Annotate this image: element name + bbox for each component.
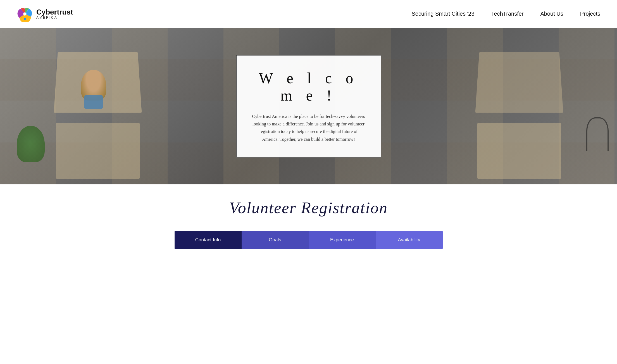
registration-tabs: Contact Info Goals Experience Availabili… [175,231,443,249]
hero-section: W e l c o m e ! Cybertrust America is th… [0,28,617,184]
main-nav: Securing Smart Cities '23 TechTransfer A… [411,11,600,17]
logo[interactable]: Cybertrust AMERICA [17,6,73,22]
logo-brand-name: Cybertrust [36,8,73,16]
tab-contact-info[interactable]: Contact Info [175,231,242,249]
site-header: Cybertrust AMERICA Securing Smart Cities… [0,0,617,28]
nav-projects[interactable]: Projects [580,11,600,17]
hero-plant [17,126,45,162]
welcome-box: W e l c o m e ! Cybertrust America is th… [236,55,381,158]
hero-bike [586,117,609,151]
svg-point-0 [23,12,27,16]
welcome-title: W e l c o m e ! [252,70,365,104]
tab-experience[interactable]: Experience [309,231,376,249]
nav-securing-smart-cities[interactable]: Securing Smart Cities '23 [411,11,474,17]
hero-desk-topright [475,52,563,113]
logo-text: Cybertrust AMERICA [36,8,73,20]
hero-desk-bottomleft [56,123,140,179]
nav-about-us[interactable]: About Us [540,11,563,17]
welcome-body: Cybertrust America is the place to be fo… [252,113,365,143]
tab-availability[interactable]: Availability [376,231,443,249]
svg-point-2 [21,16,23,18]
svg-point-1 [24,18,26,20]
hero-desk-bottomright [477,123,561,179]
nav-tech-transfer[interactable]: TechTransfer [491,11,524,17]
volunteer-section: Volunteer Registration Contact Info Goal… [0,184,617,249]
tab-goals[interactable]: Goals [242,231,309,249]
hero-person [81,70,106,101]
logo-subtitle: AMERICA [36,16,73,20]
volunteer-title: Volunteer Registration [0,198,617,217]
logo-icon [17,6,33,22]
